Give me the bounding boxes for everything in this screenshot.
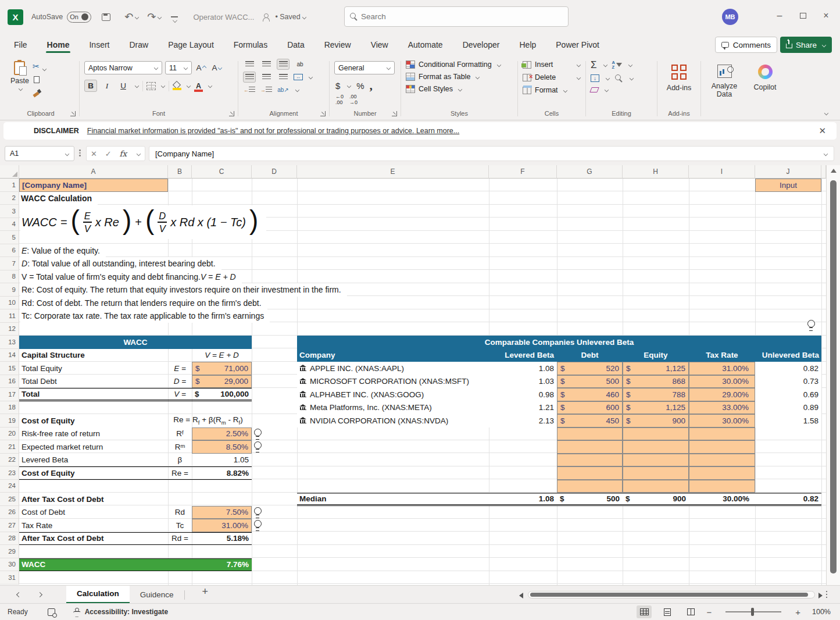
row-header-24[interactable]: 24 [0,480,19,493]
fx-chevron-icon[interactable] [137,151,141,155]
increase-indent-button[interactable]: → [260,84,273,95]
menu-tab-formulas[interactable]: Formulas [233,37,269,53]
row-header-12[interactable]: 12 [0,323,19,336]
row-header-17[interactable]: 17 [0,388,19,401]
menu-tab-data[interactable]: Data [286,37,306,53]
comps-tax-cell[interactable]: 30.00% [689,414,755,427]
column-header-i[interactable]: I [689,165,755,179]
addins-button[interactable]: Add-ins [662,59,696,94]
total-equity-row[interactable]: Total Equity E = $71,000 [19,362,252,375]
comps-empty-input-cell[interactable] [557,427,623,441]
align-middle-button[interactable] [260,59,273,70]
comps-unlevered-cell[interactable]: 1.58 [755,414,821,427]
tab-guidence[interactable]: Guidence [130,586,184,604]
row-header-20[interactable]: 20 [0,427,19,441]
row-header-5[interactable]: 5 [0,231,19,244]
autosum-button[interactable]: Σ [591,60,597,70]
cell-a1-company-name[interactable]: [Company Name] [19,179,168,192]
underline-button[interactable]: U [117,80,130,92]
menu-tab-insert[interactable]: Insert [88,37,110,53]
conditional-formatting-button[interactable]: Conditional Formatting [406,60,513,69]
comps-levered-beta-cell[interactable]: 0.98 [489,388,557,401]
font-color-chevron-icon[interactable] [208,84,212,88]
comps-company-cell[interactable]: ALPHABET INC. (XNAS:GOOG) [297,388,489,401]
align-left-button[interactable] [243,72,256,83]
comps-empty-input-cell[interactable] [557,454,623,467]
minimize-button[interactable]: – [773,10,787,21]
insert-function-icon[interactable]: fx [120,149,127,158]
document-title[interactable]: Operator WACC... [193,13,254,22]
comps-empty-input-cell[interactable] [689,427,755,441]
menu-tab-file[interactable]: File [13,37,28,53]
comps-unlevered-cell[interactable]: 0.73 [755,375,821,389]
next-sheet-icon[interactable] [37,592,42,597]
formula-input[interactable]: [Company Name] [149,146,834,161]
wacc-table-header[interactable]: WACC [19,336,252,349]
underline-chevron-icon[interactable] [135,84,139,88]
zoom-slider-thumb[interactable] [751,608,754,616]
undo-chevron-icon[interactable] [135,15,139,19]
menu-tab-view[interactable]: View [370,37,389,53]
zoom-in-button[interactable]: + [795,607,800,617]
total-row[interactable]: Total V = $100,000 [19,388,252,401]
decrease-font-button[interactable]: A [210,62,223,74]
comps-levered-beta-cell[interactable]: 1.21 [489,401,557,415]
row-header-21[interactable]: 21 [0,440,19,454]
row-header-16[interactable]: 16 [0,375,19,389]
capital-structure-row[interactable]: Capital Structure V = E + D [19,349,252,362]
column-header-d[interactable]: D [252,165,297,179]
copilot-button[interactable]: Copilot [750,59,780,94]
percent-format-button[interactable]: % [356,81,364,91]
comps-tax-cell[interactable]: 29.00% [689,388,755,401]
increase-font-button[interactable]: A [195,62,208,74]
saved-chevron-icon[interactable] [302,15,306,19]
accessibility-status[interactable]: Accessibility: Investigate [85,608,168,616]
row-header-2[interactable]: 2 [0,192,19,205]
row-header-26[interactable]: 26 [0,506,19,519]
alignment-dialog-launcher-icon[interactable] [320,111,326,116]
row-header-8[interactable]: 8 [0,270,19,284]
zoom-level[interactable]: 100% [812,608,831,616]
row-header-31[interactable]: 31 [0,571,19,585]
decrease-decimal-button[interactable]: .00→0 [349,94,358,105]
hint-lightbulb-icon[interactable] [807,320,815,330]
currency-chevron-icon[interactable] [347,84,351,88]
menu-tab-page-layout[interactable]: Page Layout [167,37,215,53]
format-painter-button[interactable] [33,89,41,97]
total-debt-row[interactable]: Total Debt D = $29,000 [19,375,252,389]
row-header-6[interactable]: 6 [0,244,19,258]
comps-table-header[interactable]: Comparable Companies Unlevered Beta [297,336,821,349]
comments-button[interactable]: Comments [715,37,777,53]
maximize-button[interactable] [796,10,810,21]
font-name-select[interactable]: Aptos Narrow [84,61,162,74]
comps-equity-cell[interactable]: $900 [623,414,689,427]
row-header-15[interactable]: 15 [0,362,19,375]
search-input[interactable]: Search [344,6,569,27]
menu-tab-developer[interactable]: Developer [462,37,501,53]
collapse-ribbon-chevron-icon[interactable] [824,111,828,115]
italic-button[interactable]: I [101,80,113,92]
column-header-a[interactable]: A [19,165,168,179]
comps-company-cell[interactable]: APPLE INC. (XNAS:AAPL) [297,362,489,375]
comps-empty-input-cell[interactable] [689,440,755,454]
autosave-toggle[interactable]: On [67,12,91,23]
formula-bar-handle[interactable] [79,149,81,156]
median-row[interactable]: Median 1.08 $500 $900 30.00% 0.82 [297,493,821,506]
menu-tab-help[interactable]: Help [518,37,537,53]
row-header-28[interactable]: 28 [0,532,19,546]
row-header-30[interactable]: 30 [0,558,19,572]
comps-debt-cell[interactable]: $460 [557,388,623,401]
font-dialog-launcher-icon[interactable] [229,111,234,116]
comps-levered-beta-cell[interactable]: 1.03 [489,375,557,389]
cost-of-debt-row[interactable]: Cost of Debt Rd 7.50% [19,506,252,519]
comps-empty-input-cell[interactable] [623,454,689,467]
comps-equity-cell[interactable]: $1,125 [623,401,689,415]
paste-button[interactable]: Paste [7,59,33,93]
merge-chevron-icon[interactable] [309,75,313,79]
comps-tax-cell[interactable]: 30.00% [689,375,755,389]
cell-styles-button[interactable]: Cell Styles [406,85,513,93]
comps-empty-input-cell[interactable] [623,427,689,441]
wacc-result-row[interactable]: WACC 7.76% [19,558,252,572]
close-button[interactable]: × [819,10,833,21]
formula-expand-chevron-icon[interactable] [824,151,828,155]
